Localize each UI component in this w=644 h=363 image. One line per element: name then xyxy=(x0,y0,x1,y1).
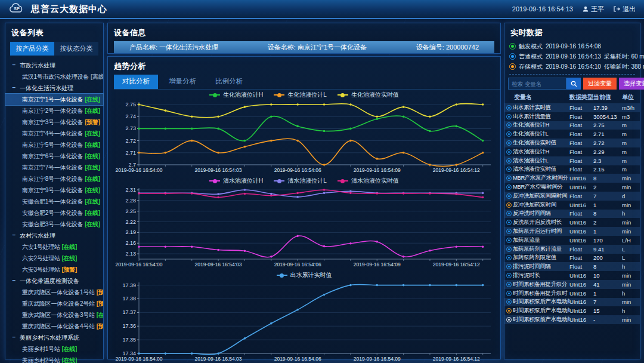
table-row[interactable]: 时间累积备用提升泵分UInt1641min xyxy=(504,280,640,289)
device-item[interactable]: 安徽合肥1号一体化设备[在线] xyxy=(5,196,103,207)
device-item[interactable]: 南京江宁8号一体化设备[在线] xyxy=(5,173,103,184)
search-button[interactable] xyxy=(566,78,581,90)
legend-item[interactable]: 生化池液位计L xyxy=(274,91,327,99)
device-item[interactable]: 南京江宁4号一体化设备[在线] xyxy=(5,128,103,139)
legend-item[interactable]: 清水池液位计L xyxy=(274,177,327,185)
tree-group[interactable]: −市政污水处理 xyxy=(5,60,103,71)
device-name: 六安1号处理站 xyxy=(22,244,60,250)
svg-text:2.74: 2.74 xyxy=(125,113,136,119)
data-type: Float xyxy=(569,113,593,120)
table-row[interactable]: 加药泵药剂累计流量Float9.41L xyxy=(504,245,640,254)
device-item[interactable]: 南京江宁7号一体化设备[在线] xyxy=(5,162,103,173)
table-row[interactable]: 反洗泵开启反洗时长UInt162min xyxy=(504,218,640,227)
select-variable-button[interactable]: 选择变量 xyxy=(619,78,644,90)
table-row[interactable]: 出水累计实时值Float17.39m3/h xyxy=(504,103,640,112)
legend-item[interactable]: 清水池液位实时值 xyxy=(338,177,399,185)
table-row[interactable]: MBR产水空曝时间分UInt162min xyxy=(504,183,640,192)
legend-item[interactable]: 生化池液位实时值 xyxy=(338,91,399,99)
unit: min xyxy=(622,281,640,288)
device-item[interactable]: 南京江宁5号一体化设备[在线] xyxy=(5,139,103,150)
variable-name: 反洗泵开启反洗时长 xyxy=(513,219,569,226)
status-badge: [在线] xyxy=(61,255,76,262)
trigger-mode-row: 触发模式2019-09-16 16:54:08 xyxy=(504,41,640,51)
user-icon xyxy=(583,6,589,12)
table-row[interactable]: 清水池液位实时值Float2.15m xyxy=(504,165,640,174)
tree-group[interactable]: −一体化带温度检测设备 xyxy=(5,275,103,287)
trend-tabs: 对比分析 增量分析 比例分析 xyxy=(114,75,500,90)
legend-item[interactable]: 清水池液位计H xyxy=(209,177,263,185)
svg-text:2.19: 2.19 xyxy=(125,229,136,235)
legend-marker-icon xyxy=(338,180,348,182)
table-row[interactable]: 时间累积泵前产水电动阀分UInt16-min xyxy=(504,315,640,324)
tree-group[interactable]: −一体化生活污水处理 xyxy=(5,82,103,94)
tab-increment-analysis[interactable]: 增量分析 xyxy=(160,75,205,89)
svg-text:17.39: 17.39 xyxy=(122,282,136,288)
table-row[interactable]: 反冲洗时间间隔Float8h xyxy=(504,210,640,219)
tab-by-status[interactable]: 按状态分类 xyxy=(54,42,98,56)
table-row[interactable]: 清水池液位计LFloat2.3m xyxy=(504,156,640,165)
table-row[interactable]: 加药泵开启运行时间UInt161min xyxy=(504,227,640,236)
table-row[interactable]: 清水池液位计HFloat2.29m xyxy=(504,147,640,156)
tab-ratio-analysis[interactable]: 比例分析 xyxy=(207,75,251,89)
tree-group[interactable]: −美丽乡村污水处理系统 xyxy=(5,332,103,343)
svg-text:17.36: 17.36 xyxy=(122,323,136,329)
current-value: 8 xyxy=(593,263,622,270)
table-row[interactable]: 加药泵流量UInt16170L/H xyxy=(504,236,640,245)
data-type: UInt16 xyxy=(569,290,593,297)
variable-name: 时间累积泵后产水电动阀时 xyxy=(513,307,569,315)
table-row[interactable]: 时间累积备用提升泵时UInt161h xyxy=(504,289,640,298)
device-item[interactable]: 南京江宁1号一体化设备[在线] xyxy=(5,94,103,105)
table-row[interactable]: 加药泵药剂限定值Float200L xyxy=(504,254,640,263)
logout-icon xyxy=(614,6,620,12)
device-item[interactable]: 美丽乡村1号站[在线] xyxy=(5,343,103,355)
device-item[interactable]: 美丽乡村2号站[在线] xyxy=(5,355,103,363)
table-row[interactable]: 排污泥时间间隔Float8h xyxy=(504,262,640,271)
device-item[interactable]: 重庆武隆区一体化设备3号站[在线] xyxy=(5,309,103,321)
variable-status-icon xyxy=(506,220,512,225)
status-badge: [在线] xyxy=(85,141,100,148)
device-item[interactable]: 六安1号处理站[在线] xyxy=(5,241,103,253)
device-code: 设备编号: 200000742 xyxy=(416,43,479,52)
collapse-icon[interactable]: − xyxy=(11,335,17,340)
variable-name: 出水累计实时值 xyxy=(513,104,569,112)
logout-button[interactable]: 退出 xyxy=(614,5,636,14)
device-item[interactable]: 南京江宁9号一体化设备[在线] xyxy=(5,184,103,196)
table-row[interactable]: 时间累积泵后产水电动阀分UInt167min xyxy=(504,298,640,307)
device-item[interactable]: 南京江宁6号一体化设备[在线] xyxy=(5,150,103,162)
table-row[interactable]: 生化池液位计LFloat2.71m xyxy=(504,130,640,139)
table-row[interactable]: 生化池液位计HFloat2.75m xyxy=(504,121,640,130)
table-row[interactable]: 生化池液位实时值Float2.72m xyxy=(504,139,640,147)
table-row[interactable]: MBR产水泵产水时间分UInt168min xyxy=(504,174,640,183)
filter-variable-button[interactable]: 过滤变量 xyxy=(583,78,617,90)
collapse-icon[interactable]: − xyxy=(11,278,17,284)
device-item[interactable]: 武汉1号市政污水处理设备[离线] xyxy=(5,71,103,82)
table-row[interactable]: 出水累计流量值Float30054.13m3 xyxy=(504,112,640,121)
variable-search-input[interactable] xyxy=(508,78,566,90)
legend-item[interactable]: 生化池液位计H xyxy=(209,91,263,99)
tab-by-product[interactable]: 按产品分类 xyxy=(10,42,54,56)
tab-compare-analysis[interactable]: 对比分析 xyxy=(114,75,158,89)
collapse-icon[interactable]: − xyxy=(11,85,17,91)
svg-text:2019-09-16 16:54:03: 2019-09-16 16:54:03 xyxy=(195,356,242,362)
table-row[interactable]: 反冲洗加药泵时间UInt161min xyxy=(504,201,640,210)
table-row[interactable]: 时间累积泵后产水电动阀时UInt1615h xyxy=(504,306,640,315)
device-item[interactable]: 南京江宁2号一体化设备[在线] xyxy=(5,105,103,116)
device-item[interactable]: 六安2号处理站[在线] xyxy=(5,253,103,264)
device-item[interactable]: 六安3号处理站[预警] xyxy=(5,264,103,275)
unit: min xyxy=(622,202,640,208)
device-item[interactable]: 重庆武隆区一体化设备2号站[预警] xyxy=(5,298,103,309)
table-row[interactable]: 反冲洗加药泵间隔时间Float7d xyxy=(504,192,640,201)
collapse-icon[interactable]: − xyxy=(11,63,17,68)
device-item[interactable]: 安徽合肥3号一体化设备[在线] xyxy=(5,219,103,230)
device-item[interactable]: 重庆武隆区一体化设备4号站[预警] xyxy=(5,321,103,332)
legend-item[interactable]: 出水累计实时值 xyxy=(277,271,332,279)
unit: h xyxy=(622,210,640,217)
unit: min xyxy=(622,272,640,279)
device-item[interactable]: 重庆武隆区一体化设备1号站[预警] xyxy=(5,287,103,298)
collapse-icon[interactable]: − xyxy=(11,233,17,238)
device-item[interactable]: 安徽合肥2号一体化设备[在线] xyxy=(5,207,103,219)
device-item[interactable]: 南京江宁3号一体化设备[预警] xyxy=(5,116,103,128)
table-row[interactable]: 排污泥时长UInt1610min xyxy=(504,271,640,280)
tree-group[interactable]: −农村污水处理 xyxy=(5,230,103,241)
user-menu[interactable]: 王平 xyxy=(583,5,604,14)
